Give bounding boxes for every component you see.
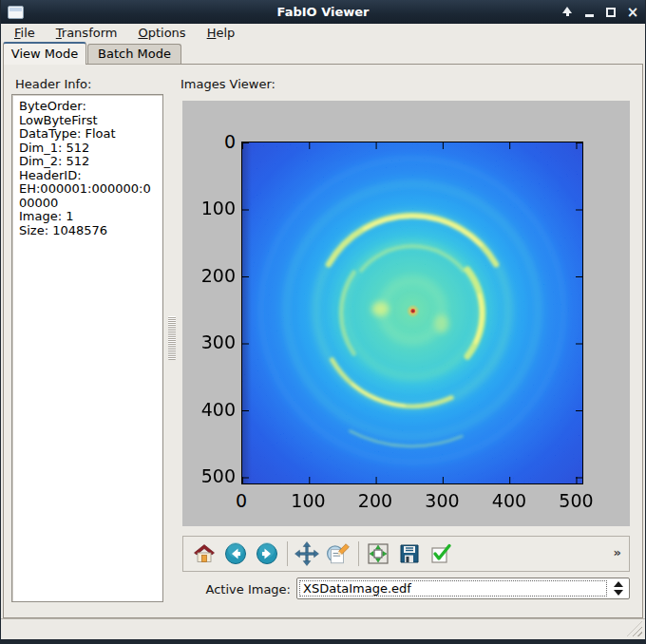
toolbar-separator	[287, 541, 288, 566]
status-bar	[1, 618, 645, 639]
save-icon	[398, 542, 421, 565]
diffraction-plot[interactable]	[241, 142, 583, 484]
app-window: FabIO Viewer × File Transform Options He…	[0, 0, 646, 644]
x-tick-label: 200	[358, 490, 392, 511]
menu-options-rest: ptions	[148, 26, 186, 40]
maximize-button[interactable]	[604, 6, 618, 19]
back-icon	[224, 542, 247, 565]
diffraction-image	[242, 142, 582, 483]
spin-up-icon	[614, 581, 623, 587]
spin-down-icon	[614, 590, 623, 596]
combobox-spinner[interactable]	[610, 580, 627, 597]
view-mode-pane: Header Info: ByteOrder: LowByteFirst Dat…	[3, 64, 643, 618]
menu-options[interactable]: Options	[138, 26, 185, 40]
close-icon: ×	[627, 6, 639, 19]
x-tick-label: 500	[559, 490, 593, 511]
forward-icon	[256, 542, 278, 565]
zoom-to-rect-button[interactable]	[325, 540, 352, 567]
shade-button[interactable]	[560, 6, 574, 19]
menu-transform-rest: ransform	[62, 26, 118, 40]
header-info-label: Header Info:	[15, 77, 91, 91]
menu-transform[interactable]: Transform	[56, 26, 118, 40]
close-button[interactable]: ×	[626, 6, 639, 19]
shade-icon	[562, 7, 572, 13]
tab-batch-mode[interactable]: Batch Mode	[87, 44, 181, 65]
customize-icon	[429, 542, 452, 565]
menu-help[interactable]: Help	[207, 26, 236, 40]
app-body: FabIO Viewer × File Transform Options He…	[1, 0, 645, 639]
window-controls: ×	[560, 0, 639, 24]
toolbar-separator	[358, 541, 359, 566]
toolbar-overflow-button[interactable]: »	[614, 545, 621, 559]
pan-button[interactable]	[294, 540, 320, 567]
menu-bar: File Transform Options Help	[1, 24, 645, 42]
resize-grip[interactable]	[627, 621, 642, 636]
maximize-icon	[606, 8, 616, 17]
menu-file[interactable]: File	[14, 26, 35, 40]
pan-icon	[294, 541, 319, 566]
tab-bar: View Mode Batch Mode	[1, 42, 645, 65]
save-button[interactable]	[396, 540, 423, 567]
tab-view-mode[interactable]: View Mode	[3, 42, 86, 65]
x-tick-label: 300	[425, 490, 459, 511]
y-tick-label: 300	[190, 331, 236, 352]
active-image-field[interactable]	[299, 580, 607, 597]
splitter-handle[interactable]	[168, 316, 176, 360]
menu-file-rest: ile	[21, 26, 35, 40]
y-tick-label: 400	[190, 399, 236, 420]
back-button[interactable]	[222, 540, 249, 567]
zoom-to-rect-icon	[326, 541, 351, 566]
y-tick-label: 200	[190, 265, 236, 286]
menu-options-mnemonic: O	[138, 26, 147, 40]
configure-subplots-icon	[367, 542, 390, 565]
title-bar[interactable]: FabIO Viewer ×	[1, 0, 645, 24]
menu-help-mnemonic: H	[207, 26, 217, 40]
y-tick-label: 500	[190, 465, 236, 486]
x-tick-label: 0	[236, 490, 247, 511]
plot-canvas[interactable]: 0 100 200 300 400 500 0 100 200 300 400 …	[182, 101, 630, 526]
active-image-combobox[interactable]	[296, 578, 630, 599]
minimize-button[interactable]	[582, 6, 596, 19]
header-info-text[interactable]: ByteOrder: LowByteFirst DataType: Float …	[11, 94, 163, 602]
menu-help-rest: elp	[216, 26, 235, 40]
x-tick-label: 100	[291, 490, 325, 511]
navigation-toolbar: »	[182, 536, 630, 572]
active-image-label: Active Image:	[182, 582, 291, 597]
customize-button[interactable]	[428, 540, 454, 567]
configure-subplots-button[interactable]	[365, 540, 391, 567]
x-tick-label: 400	[492, 490, 526, 511]
y-tick-label: 0	[190, 131, 236, 152]
images-viewer-label: Images Viewer:	[180, 77, 276, 91]
y-tick-label: 100	[190, 198, 236, 218]
window-title: FabIO Viewer	[1, 5, 645, 19]
forward-button[interactable]	[254, 540, 280, 567]
home-icon	[193, 542, 216, 565]
home-button[interactable]	[191, 540, 218, 567]
minimize-icon	[585, 14, 594, 17]
